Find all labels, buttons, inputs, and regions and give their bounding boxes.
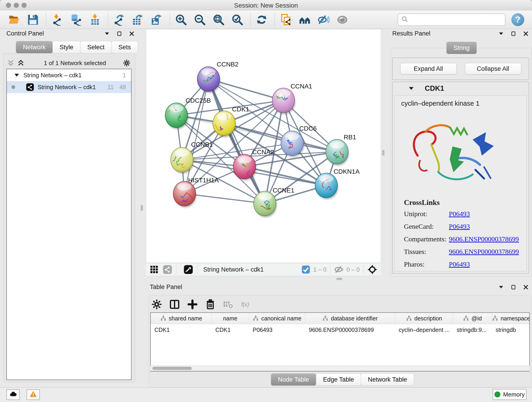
warnings-button[interactable] bbox=[27, 389, 40, 400]
results-panel-float-button[interactable] bbox=[498, 31, 504, 37]
network-node-CCNB1[interactable]: CCNB1 bbox=[170, 141, 213, 174]
crosslink-link[interactable]: 9606.ENSP00000378699 bbox=[449, 248, 519, 255]
zoom-fit-button[interactable] bbox=[211, 12, 226, 27]
cell-description[interactable]: cyclin–dependent ... bbox=[395, 324, 453, 336]
import-network-from-file-button[interactable] bbox=[50, 12, 65, 27]
export-network-button[interactable] bbox=[112, 12, 127, 27]
cell-shared-name[interactable]: CDK1 bbox=[151, 324, 212, 336]
table-scrollbar-thumb[interactable] bbox=[152, 367, 192, 370]
tab-node-table[interactable]: Node Table bbox=[271, 373, 316, 386]
select-columns-button[interactable] bbox=[169, 299, 180, 310]
control-panel-maximize-button[interactable] bbox=[116, 31, 122, 37]
collection-expand-caret-icon[interactable] bbox=[13, 72, 20, 79]
svg-text:f(x): f(x) bbox=[241, 301, 249, 307]
network-row-selected[interactable]: String Network – cdk1 11 48 bbox=[7, 81, 131, 93]
network-node-RB1[interactable]: RB1 bbox=[326, 134, 356, 166]
memory-button[interactable]: Memory bbox=[493, 389, 526, 400]
crosslink-link[interactable]: P06493 bbox=[449, 210, 470, 218]
table-panel-float-button[interactable] bbox=[498, 284, 504, 290]
tab-style[interactable]: Style bbox=[52, 41, 80, 53]
left-splitter-handle[interactable] bbox=[141, 205, 143, 211]
share-view-icon[interactable] bbox=[162, 264, 172, 274]
tab-select[interactable]: Select bbox=[80, 41, 112, 53]
expand-all-networks-icon[interactable] bbox=[17, 59, 25, 67]
string-home-button[interactable] bbox=[298, 12, 312, 27]
column-header-description[interactable]: description bbox=[395, 313, 453, 324]
column-header-@id[interactable]: @id bbox=[453, 313, 492, 324]
node-table-row[interactable]: CDK1CDK1P064939606.ENSP00000378699cyclin… bbox=[151, 324, 529, 336]
hidden-eye-icon[interactable] bbox=[334, 264, 344, 274]
delete-table-button[interactable] bbox=[223, 299, 234, 310]
zoom-in-button[interactable] bbox=[174, 12, 188, 27]
grid-view-icon[interactable] bbox=[149, 264, 159, 274]
right-splitter-handle[interactable] bbox=[382, 150, 385, 156]
results-panel-close-button[interactable] bbox=[523, 31, 529, 37]
cloud-button[interactable] bbox=[6, 389, 20, 400]
cell-database-identifier[interactable]: 9606.ENSP00000378699 bbox=[305, 324, 395, 336]
column-header-canonical-name[interactable]: canonical name bbox=[249, 313, 305, 324]
column-header-name[interactable]: name bbox=[212, 313, 249, 324]
network-collection-row[interactable]: String Network – cdk1 1 bbox=[7, 69, 131, 81]
export-image-button[interactable] bbox=[149, 12, 164, 27]
crosslink-link[interactable]: P06493 bbox=[449, 260, 470, 268]
birdseye-view-icon[interactable] bbox=[183, 264, 193, 274]
tab-network[interactable]: Network bbox=[16, 41, 53, 53]
function-builder-button[interactable]: f(x) bbox=[241, 299, 252, 310]
table-panel-close-button[interactable] bbox=[523, 284, 529, 290]
add-column-button[interactable] bbox=[187, 299, 198, 310]
collapse-all-networks-icon[interactable] bbox=[7, 59, 15, 67]
network-edge-CDK1-RB1[interactable] bbox=[224, 123, 337, 152]
expand-all-button[interactable]: Expand All bbox=[400, 63, 457, 75]
cell-@id[interactable]: stringdb:9... bbox=[453, 324, 492, 336]
bottom-splitter-handle[interactable] bbox=[336, 278, 342, 280]
apply-layout-button[interactable] bbox=[254, 12, 269, 27]
import-table-from-file-button[interactable] bbox=[88, 12, 102, 27]
selected-checkbox-icon[interactable] bbox=[301, 264, 311, 274]
network-edge-CCNE1-HIST1H1A[interactable] bbox=[184, 194, 265, 204]
hide-graphics-button[interactable] bbox=[316, 12, 331, 27]
network-node-CDKN1A[interactable]: CDKN1A bbox=[315, 168, 360, 199]
tab-edge-table[interactable]: Edge Table bbox=[316, 373, 361, 386]
main-toolbar-items bbox=[7, 12, 354, 27]
search-input[interactable] bbox=[409, 14, 505, 25]
clone-network-button[interactable] bbox=[279, 12, 293, 27]
column-header-database-identifier[interactable]: database identifier bbox=[305, 313, 395, 324]
cell-namespace[interactable]: stringdb bbox=[492, 324, 530, 336]
show-graphics-button[interactable] bbox=[335, 12, 350, 27]
network-node-CDK1[interactable]: CDK1 bbox=[213, 106, 249, 137]
cell-name[interactable]: CDK1 bbox=[212, 324, 249, 336]
node-label-HIST1H1A: HIST1H1A bbox=[188, 177, 219, 184]
open-file-button[interactable] bbox=[7, 12, 22, 27]
network-node-HIST1H1A[interactable]: HIST1H1A bbox=[173, 177, 219, 208]
control-panel-close-button[interactable] bbox=[129, 31, 135, 37]
tab-sets[interactable]: Sets bbox=[111, 41, 138, 53]
network-node-CCNB2[interactable]: CCNB2 bbox=[197, 61, 239, 93]
tab-network-table[interactable]: Network Table bbox=[361, 373, 414, 386]
crosslink-link[interactable]: 9606.ENSP00000378699 bbox=[449, 235, 519, 243]
zoom-selected-button[interactable] bbox=[230, 12, 245, 27]
import-network-from-database-button[interactable] bbox=[69, 12, 83, 27]
cell-canonical-name[interactable]: P06493 bbox=[249, 324, 305, 336]
results-panel-maximize-button[interactable] bbox=[510, 31, 516, 37]
fit-selected-crosshair-icon[interactable] bbox=[367, 264, 377, 274]
collapse-all-button[interactable]: Collapse All bbox=[465, 63, 521, 75]
gene-collapse-caret-icon[interactable] bbox=[408, 85, 415, 92]
network-node-CCNA1[interactable]: CCNA1 bbox=[272, 83, 312, 114]
network-canvas[interactable]: CCNB2CCNA1CDC25BCDK1CDC6RB1CCNB1CCNA2CDK… bbox=[146, 29, 381, 263]
gene-section-header[interactable]: CDK1 bbox=[393, 82, 529, 95]
zoom-out-button[interactable] bbox=[192, 12, 207, 27]
export-table-button[interactable] bbox=[131, 12, 145, 27]
table-panel-maximize-button[interactable] bbox=[510, 284, 516, 290]
help-button[interactable]: ? bbox=[511, 13, 524, 26]
save-session-button[interactable] bbox=[26, 12, 40, 27]
network-options-gear-icon[interactable] bbox=[123, 59, 131, 67]
table-horizontal-scrollbar[interactable] bbox=[150, 366, 530, 371]
tab-string[interactable]: String bbox=[446, 42, 477, 54]
delete-column-button[interactable] bbox=[205, 299, 216, 310]
column-settings-button[interactable] bbox=[151, 299, 162, 310]
control-panel-float-button[interactable] bbox=[104, 31, 110, 37]
crosslink-link[interactable]: P06493 bbox=[449, 223, 470, 230]
column-header-shared-name[interactable]: shared name bbox=[151, 313, 212, 324]
column-header-namespace[interactable]: namespace bbox=[492, 313, 530, 324]
network-edge-CCNB2-CCNE1[interactable] bbox=[209, 79, 265, 204]
